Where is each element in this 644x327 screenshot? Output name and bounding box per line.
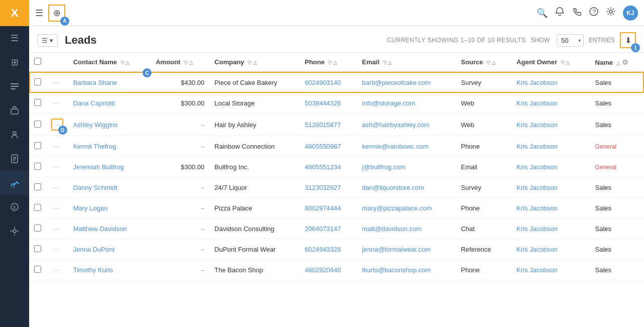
- row-actions-button[interactable]: ···: [51, 265, 61, 275]
- show-select[interactable]: 50 25 100: [557, 34, 584, 47]
- user-avatar[interactable]: KJ: [623, 6, 638, 21]
- contact-name-link[interactable]: Matthew Davidson: [73, 225, 127, 233]
- sidebar-item-briefcase[interactable]: [0, 98, 29, 123]
- row-actions-button[interactable]: ···: [51, 182, 61, 192]
- agent-owner-link[interactable]: Kris Jacobson: [517, 225, 558, 233]
- row-actions-button[interactable]: ···: [51, 162, 61, 172]
- row-actions-button[interactable]: ···: [51, 98, 61, 108]
- phone-link[interactable]: 5128015877: [305, 121, 341, 129]
- agent-owner-link[interactable]: Kris Jacobson: [517, 184, 558, 191]
- contact-name-link[interactable]: Mary Logan: [73, 204, 108, 212]
- row-checkbox[interactable]: [34, 266, 41, 273]
- phone-link[interactable]: 4805551234: [305, 163, 341, 171]
- email-link[interactable]: dan@liquorstore.com: [362, 184, 424, 191]
- row-checkbox[interactable]: [34, 245, 41, 252]
- phone-link[interactable]: 4802920440: [305, 266, 341, 274]
- download-button[interactable]: ⬇ 1: [620, 32, 636, 48]
- add-button[interactable]: ⊕ A: [48, 5, 65, 22]
- row-checkbox[interactable]: [34, 78, 41, 85]
- help-icon[interactable]: ?: [589, 7, 599, 19]
- svg-rect-1: [11, 86, 19, 87]
- phone-link[interactable]: 5038444326: [305, 99, 341, 107]
- row-actions-button[interactable]: ···: [51, 141, 61, 151]
- phone-link[interactable]: 6024903140: [305, 79, 341, 86]
- sidebar-item-dashboard[interactable]: ⊞: [0, 50, 29, 74]
- row-checkbox-cell: [29, 157, 46, 177]
- amount-header[interactable]: Amount ▽ △: [151, 53, 209, 72]
- contact-name-link[interactable]: Dana Capriotti: [73, 99, 115, 107]
- row-checkbox[interactable]: [34, 183, 41, 190]
- phone-link[interactable]: 6024943328: [305, 246, 341, 253]
- contact-name-link[interactable]: Jenna DuPont: [73, 246, 114, 253]
- agent-owner-header[interactable]: Agent Owner ▽ △: [511, 53, 590, 72]
- filter-button[interactable]: ☰ ▾: [37, 34, 58, 47]
- company-header[interactable]: Company ▽ △: [209, 53, 300, 72]
- agent-owner-link[interactable]: Kris Jacobson: [517, 246, 558, 253]
- phone-link[interactable]: 8002974444: [305, 204, 341, 212]
- email-link[interactable]: mary@pizzapalace.com: [362, 204, 432, 212]
- sidebar-item-integrations[interactable]: [0, 219, 29, 243]
- phone-header[interactable]: Phone ▽ △: [300, 53, 357, 72]
- agent-owner-link[interactable]: Kris Jacobson: [517, 143, 558, 150]
- contact-name-link[interactable]: Danny Schmidt: [73, 184, 117, 191]
- settings-icon[interactable]: [606, 7, 616, 19]
- email-link[interactable]: tkurts@baconshop.com: [362, 266, 431, 274]
- agent-owner-link[interactable]: Kris Jacobson: [517, 266, 558, 274]
- source-header[interactable]: Source ▽ △: [456, 53, 511, 72]
- select-all-checkbox[interactable]: [34, 58, 41, 65]
- row-checkbox[interactable]: [34, 99, 41, 106]
- sidebar-item-documents[interactable]: [0, 147, 29, 171]
- name-value: General: [595, 164, 617, 171]
- name-header[interactable]: Name △ ⚙: [590, 53, 644, 72]
- agent-owner-link[interactable]: Kris Jacobson: [517, 121, 558, 129]
- sidebar-item-tasks[interactable]: [0, 74, 29, 98]
- contact-name-link[interactable]: Ashley Wiggins: [73, 121, 118, 129]
- agent-owner-link[interactable]: Kris Jacobson: [517, 204, 558, 212]
- row-checkbox[interactable]: [34, 163, 41, 170]
- notifications-icon[interactable]: [555, 7, 565, 19]
- row-checkbox[interactable]: [34, 142, 41, 149]
- sidebar-item-menu[interactable]: ☰: [0, 26, 29, 50]
- contact-name-link[interactable]: Jeremiah Bullfrog: [73, 163, 124, 171]
- phone-link[interactable]: 3123032927: [305, 184, 341, 191]
- row-checkbox[interactable]: [34, 121, 41, 128]
- agent-owner-link[interactable]: Kris Jacobson: [517, 163, 558, 171]
- agent-owner-cell: Kris Jacobson: [511, 239, 590, 260]
- phone-link[interactable]: 2064073147: [305, 225, 341, 233]
- row-checkbox[interactable]: [34, 225, 41, 232]
- email-link[interactable]: kermie@rainbowc.com: [362, 143, 428, 150]
- phone-link[interactable]: 4805550987: [305, 143, 341, 150]
- agent-owner-link[interactable]: Kris Jacobson: [517, 79, 558, 86]
- row-actions-button[interactable]: ···: [51, 244, 61, 254]
- contact-name-link[interactable]: Kermit Thefrog: [73, 143, 116, 150]
- email-link[interactable]: jenna@formalwear.com: [362, 246, 431, 253]
- email-link[interactable]: j@bullfrog.com: [362, 163, 406, 171]
- hamburger-icon[interactable]: ☰: [35, 8, 43, 19]
- email-link[interactable]: matt@davidson.com: [362, 225, 422, 233]
- email-link[interactable]: info@storage.com: [362, 99, 415, 107]
- email-link[interactable]: ash@hairbyashley.com: [362, 121, 429, 129]
- row-actions-button[interactable]: ···: [51, 203, 61, 213]
- search-icon[interactable]: 🔍: [537, 8, 548, 19]
- email-header[interactable]: Email ▽ △: [357, 53, 456, 72]
- phone-cell: 2064073147: [300, 219, 357, 239]
- column-settings-icon[interactable]: ⚙: [622, 58, 628, 66]
- contact-name-link[interactable]: Timothy Kurts: [73, 266, 113, 274]
- sidebar-item-contacts[interactable]: [0, 123, 29, 147]
- row-checkbox[interactable]: [34, 204, 41, 211]
- phone-cell: 4805551234: [300, 157, 357, 177]
- row-actions-button[interactable]: ···D: [51, 119, 63, 131]
- contact-name-cell: Mary Logan: [68, 198, 151, 219]
- sidebar-item-leads[interactable]: $: [0, 171, 29, 195]
- email-cell: matt@davidson.com: [357, 219, 456, 239]
- agent-owner-link[interactable]: Kris Jacobson: [517, 99, 558, 107]
- row-actions-cell: ···: [46, 260, 68, 280]
- contact-name-link[interactable]: Barbara Shane: [73, 79, 117, 86]
- phone-icon[interactable]: [572, 7, 582, 19]
- sidebar-item-finance[interactable]: $: [0, 195, 29, 219]
- contact-name-header[interactable]: Contact Name ▽ △ C: [68, 53, 151, 72]
- row-actions-button[interactable]: ···: [51, 224, 61, 234]
- email-link[interactable]: barb@pieceofcake.com: [362, 79, 431, 86]
- row-actions-button[interactable]: ···: [51, 77, 61, 87]
- table-row: ···Jeremiah Bullfrog$300.00Bullfrog Inc.…: [29, 157, 644, 177]
